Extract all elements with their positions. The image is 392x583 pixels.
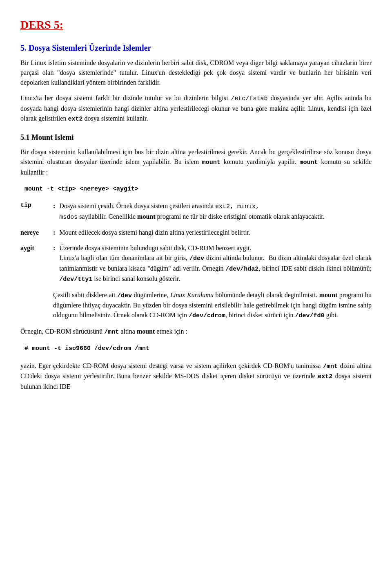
aygit-term-row: aygit : Üzerinde dosya sisteminin bulund…	[20, 243, 372, 285]
example-command-block: # mount -t iso9660 /dev/cdrom /mnt	[20, 344, 372, 354]
intro-paragraph-2: Linux'ta her dosya sistemi farkli bir di…	[20, 93, 372, 124]
nereye-colon: :	[53, 228, 55, 238]
mount-syntax-block: mount -t <tip> <nereye> <aygit>	[20, 185, 372, 194]
section-heading: 5. Dosya Sistemleri Üzerinde Islemler	[20, 42, 372, 54]
subsection-51-heading: 5.1 Mount Islemi	[20, 132, 372, 143]
tip-term-row: tip : Dosya sistemi çesidi. Örnek dosya …	[20, 201, 372, 222]
aygit-extra-paragraph: Çesitli sabit disklere ait /dev dügümler…	[20, 290, 372, 321]
mount-paragraph-1: Bir dosya sisteminin kullanilabilmesi iç…	[20, 147, 372, 177]
nereye-label: nereye	[20, 228, 53, 238]
aygit-colon: :	[53, 243, 55, 285]
page-title: DERS 5:	[20, 16, 372, 34]
aygit-content: Üzerinde dosya sisteminin bulundugu sabi…	[59, 243, 372, 285]
example-paragraph: Örnegin, CD-ROM sürücüsünü /mnt altina m…	[20, 327, 372, 337]
tip-content: Dosya sistemi çesidi. Örnek dosya sistem…	[59, 201, 372, 222]
nereye-content: Mount edilecek dosya sistemi hangi dizin…	[59, 228, 372, 238]
tip-label: tip	[20, 201, 53, 222]
tip-colon: :	[53, 201, 55, 222]
intro-paragraph-1: Bir Linux isletim sisteminde dosyalarin …	[20, 58, 372, 87]
nereye-term-row: nereye : Mount edilecek dosya sistemi ha…	[20, 228, 372, 238]
yazin-paragraph: yazin. Eger çekirdekte CD-ROM dosya sist…	[20, 361, 372, 392]
aygit-label: aygit	[20, 243, 53, 285]
